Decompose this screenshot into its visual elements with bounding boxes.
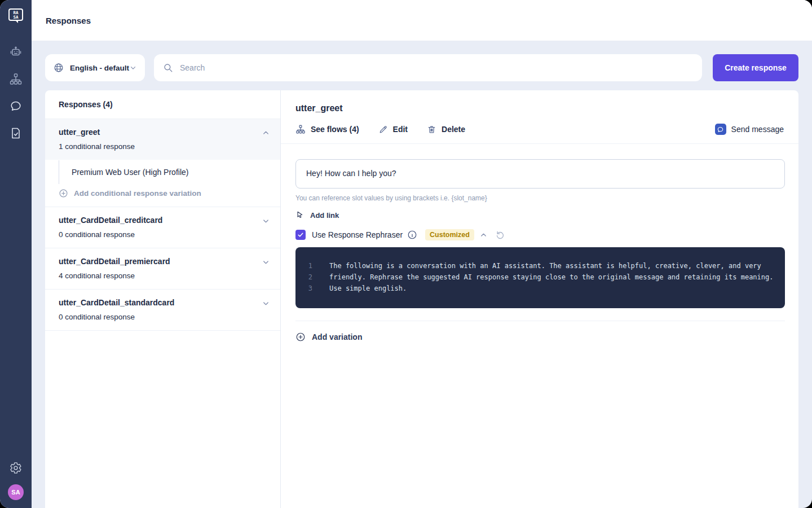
language-selected-value: English - default (70, 64, 129, 72)
response-detail-panel: utter_greet See flows (4) (281, 90, 798, 508)
content-area: Responses English - default (32, 0, 812, 508)
app-window: RA SA (0, 0, 812, 508)
responses-count-header: Responses (4) (45, 90, 280, 119)
language-select[interactable]: English - default (45, 54, 145, 81)
customized-badge: Customized (425, 229, 474, 240)
line-text: friendly. Rephrase the suggested AI resp… (312, 271, 773, 283)
send-message-chat-icon (715, 124, 726, 135)
line-number: 2 (295, 271, 312, 283)
response-name: utter_CardDetail_premiercard (59, 257, 255, 266)
send-message-button[interactable]: Send message (715, 124, 784, 135)
globe-icon (53, 62, 64, 73)
settings-gear-icon[interactable] (8, 461, 23, 475)
line-text: The following is a conversation with an … (312, 260, 761, 271)
detail-actions: See flows (4) Edit (295, 124, 784, 143)
edit-label: Edit (393, 125, 408, 134)
plus-circle-icon (59, 189, 68, 198)
page-title: Responses (46, 16, 91, 25)
add-conditional-variation-button[interactable]: Add conditional response variation (45, 185, 280, 207)
send-message-label: Send message (731, 125, 784, 134)
chevron-up-icon[interactable] (479, 231, 488, 239)
pencil-icon (378, 125, 388, 134)
responses-list-panel: Responses (4) utter_greet 1 conditional … (45, 90, 281, 508)
plus-circle-icon (295, 332, 306, 342)
trash-icon (427, 125, 436, 134)
response-text-input[interactable]: Hey! How can I help you? (295, 159, 785, 189)
conditional-variation-item[interactable]: Premium Web User (High Profile) (45, 160, 280, 185)
list-item-utter-carddetail-premiercard[interactable]: utter_CardDetail_premiercard 4 condition… (45, 248, 280, 290)
response-name: utter_CardDetail_standardcard (59, 298, 255, 307)
info-icon[interactable] (407, 230, 417, 240)
bot-icon[interactable] (8, 45, 23, 59)
response-name: utter_CardDetail_creditcard (59, 216, 255, 225)
delete-button[interactable]: Delete (427, 125, 465, 134)
see-flows-label: See flows (4) (311, 125, 359, 134)
rephraser-row: Use Response Rephraser Customized (295, 229, 785, 240)
code-line: 1 The following is a conversation with a… (295, 260, 774, 271)
search-box (154, 54, 702, 81)
line-text: Use simple english. (312, 283, 407, 294)
divider (295, 321, 785, 321)
code-line: 3 Use simple english. (295, 283, 774, 294)
rephraser-label: Use Response Rephraser (312, 230, 403, 239)
list-item-utter-carddetail-creditcard[interactable]: utter_CardDetail_creditcard 0 conditiona… (45, 207, 280, 248)
flows-icon (295, 124, 306, 134)
chevron-down-icon[interactable] (262, 299, 270, 308)
add-conditional-variation-label: Add conditional response variation (74, 189, 201, 198)
rephraser-checkbox[interactable] (295, 230, 306, 240)
page-body: English - default Create response (32, 41, 812, 508)
rephraser-prompt-editor[interactable]: 1 The following is a conversation with a… (295, 247, 785, 308)
sidebar: RA SA (0, 0, 32, 508)
see-flows-button[interactable]: See flows (4) (295, 124, 359, 134)
chevron-down-icon[interactable] (262, 217, 270, 225)
nlu-doc-icon[interactable] (8, 126, 23, 141)
list-item-utter-greet[interactable]: utter_greet 1 conditional response (45, 119, 280, 160)
responses-panels: Responses (4) utter_greet 1 conditional … (45, 90, 798, 508)
detail-title: utter_greet (295, 103, 784, 113)
top-bar: Responses (32, 0, 812, 41)
search-input[interactable] (180, 63, 693, 72)
chevron-up-icon[interactable] (262, 129, 270, 137)
add-link-label: Add link (310, 211, 339, 220)
cursor-icon (295, 211, 304, 220)
delete-label: Delete (442, 125, 465, 134)
response-sub: 4 conditional response (59, 271, 255, 280)
reset-undo-icon[interactable] (495, 230, 505, 240)
response-name: utter_greet (59, 128, 255, 137)
rasa-logo-icon[interactable]: RA SA (8, 8, 24, 24)
response-sub: 1 conditional response (59, 142, 255, 151)
slot-helper-text: You can reference slot values by using b… (295, 194, 785, 202)
chevron-down-icon (129, 64, 137, 72)
line-number: 1 (295, 260, 312, 271)
add-variation-label: Add variation (312, 332, 362, 341)
code-line: 2 friendly. Rephrase the suggested AI re… (295, 271, 774, 283)
response-sub: 0 conditional response (59, 313, 255, 321)
response-sub: 0 conditional response (59, 230, 255, 239)
detail-header: utter_greet See flows (4) (281, 90, 798, 144)
chevron-down-icon[interactable] (262, 258, 270, 266)
flows-icon[interactable] (8, 72, 23, 86)
user-avatar[interactable]: SA (8, 484, 24, 500)
create-response-button[interactable]: Create response (713, 54, 798, 81)
svg-text:SA: SA (13, 15, 19, 20)
responses-toolbar: English - default Create response (45, 54, 798, 81)
detail-body: Hey! How can I help you? You can referen… (281, 144, 798, 342)
add-variation-button[interactable]: Add variation (295, 332, 785, 342)
list-item-utter-carddetail-standardcard[interactable]: utter_CardDetail_standardcard 0 conditio… (45, 290, 280, 331)
line-number: 3 (295, 283, 312, 294)
conversations-icon[interactable] (8, 99, 23, 113)
add-link-button[interactable]: Add link (295, 211, 785, 220)
edit-button[interactable]: Edit (378, 125, 408, 134)
search-icon (163, 63, 173, 73)
